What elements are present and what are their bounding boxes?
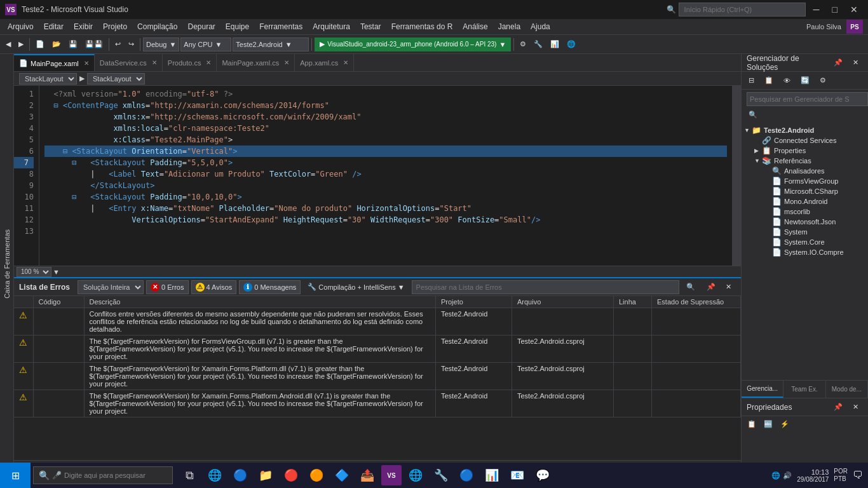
start-button[interactable]: ⊞ [0, 463, 31, 488]
prop-sort-btn[interactable]: 🔤 [761, 418, 776, 430]
tree-item-newtonsoft[interactable]: 📄 Newtonsoft.Json [742, 217, 868, 227]
tab-dataservice-close[interactable]: ✕ [152, 59, 157, 66]
se-filter[interactable]: ⚙ [815, 74, 831, 88]
menu-ferramentas[interactable]: Ferramentas [254, 21, 308, 32]
menu-compilacao[interactable]: Compilação [132, 21, 182, 32]
menu-ferramentas-r[interactable]: Ferramentas do R [386, 21, 458, 32]
quick-launch-input[interactable] [679, 3, 806, 17]
se-search-btn[interactable]: 🔍 [744, 107, 762, 121]
toolbar-misc3[interactable]: 📊 [547, 37, 562, 52]
table-row[interactable]: ⚠ The $(TargetFrameworkVersion) for Xama… [14, 363, 741, 390]
toolbar-misc4[interactable]: 🌐 [564, 37, 579, 52]
breadcrumb-right[interactable]: StackLayout [87, 73, 145, 85]
project-dropdown[interactable]: Teste2.Android ▼ [233, 37, 309, 51]
menu-analise[interactable]: Análise [458, 21, 492, 32]
tree-item-referencias[interactable]: ▼ 📚 Referências [742, 156, 868, 166]
taskbar-notification[interactable]: 🗨 [853, 470, 863, 481]
taskbar-explorer[interactable]: 📁 [254, 463, 277, 488]
menu-testar[interactable]: Testar [355, 21, 386, 32]
tab-dataservice[interactable]: DataService.cs ✕ [95, 54, 163, 72]
se-collapse[interactable]: ⊟ [744, 74, 759, 88]
taskbar-ie[interactable]: 🔵 [229, 463, 252, 488]
menu-janela[interactable]: Janela [493, 21, 526, 32]
error-count-btn[interactable]: ✕ 0 Erros [146, 280, 188, 294]
toolbar-misc1[interactable]: ⚙ [517, 37, 529, 52]
tree-item-connected[interactable]: 🔗 Connected Services [742, 135, 868, 146]
taskbar-software5[interactable]: 🔵 [455, 463, 478, 488]
taskbar-software6[interactable]: 📊 [480, 463, 503, 488]
run-button[interactable]: ▶ VisualStudio_android-23_arm_phone (And… [315, 37, 511, 51]
se-pin[interactable]: 📌 [829, 56, 847, 70]
taskbar-network-icon[interactable]: 🌐 [771, 471, 780, 480]
tab-app-xaml-cs[interactable]: App.xaml.cs ✕ [295, 54, 354, 72]
tree-item-mscsharp[interactable]: 📄 Microsoft.CSharp [742, 186, 868, 196]
taskbar-volume-icon[interactable]: 🔊 [783, 471, 792, 480]
right-tab-modo[interactable]: Modo de... [826, 381, 868, 398]
platform-dropdown[interactable]: Any CPU ▼ [180, 37, 231, 51]
menu-depurar[interactable]: Depurar [182, 21, 220, 32]
warning-count-btn[interactable]: ⚠ 4 Avisos [191, 280, 237, 294]
tree-item-solution[interactable]: ▼ 📁 Teste2.Android [742, 125, 868, 135]
table-row[interactable]: ⚠ Conflitos entre versões diferentes do … [14, 308, 741, 336]
taskbar-task-view[interactable]: ⧉ [178, 463, 201, 488]
tree-item-mscorlib[interactable]: 📄 mscorlib [742, 207, 868, 217]
right-tab-teamex[interactable]: Team Ex. [783, 381, 825, 398]
tab-produto[interactable]: Produto.cs ✕ [163, 54, 217, 72]
message-count-btn[interactable]: ℹ 0 Mensagens [239, 280, 301, 294]
toolbar-misc2[interactable]: 🔧 [531, 37, 546, 52]
col-header-icon[interactable] [14, 296, 33, 308]
tab-mainpage-xaml[interactable]: 📄 MainPage.xaml ✕ [14, 54, 95, 72]
tree-item-system[interactable]: 📄 System [742, 227, 868, 237]
table-row[interactable]: ⚠ The $(TargetFrameworkVersion) for Form… [14, 336, 741, 363]
minimize-button[interactable]: ─ [808, 0, 825, 19]
properties-close[interactable]: ✕ [848, 400, 863, 414]
prop-events-btn[interactable]: ⚡ [777, 418, 792, 430]
scope-dropdown[interactable]: Solução Inteira [78, 280, 144, 294]
taskbar-software4[interactable]: 📤 [356, 463, 379, 488]
table-row[interactable]: ⚠ The $(TargetFrameworkVersion) for Xama… [14, 390, 741, 417]
col-header-code[interactable]: Código [33, 296, 84, 308]
col-header-state[interactable]: Estado de Supressão [652, 296, 741, 308]
tree-item-mono[interactable]: 📄 Mono.Android [742, 196, 868, 207]
close-button[interactable]: ✕ [845, 0, 863, 19]
tree-item-forms[interactable]: 📄 FormsViewGroup [742, 176, 868, 186]
menu-arquitetura[interactable]: Arquitetura [308, 21, 355, 32]
error-search-btn[interactable]: 🔍 [682, 280, 700, 294]
col-header-line[interactable]: Linha [614, 296, 652, 308]
code-content[interactable]: <?xml version="1.0" encoding="utf-8" ?> … [39, 86, 732, 266]
toolbar-back[interactable]: ◀ [3, 37, 14, 52]
se-close[interactable]: ✕ [848, 56, 863, 70]
menu-editar[interactable]: Editar [39, 21, 69, 32]
taskbar-visual-studio[interactable]: VS [381, 465, 402, 485]
toolbar-redo[interactable]: ↪ [125, 37, 137, 52]
tab-produto-close[interactable]: ✕ [206, 59, 211, 66]
toolbar-open[interactable]: 📂 [49, 37, 64, 52]
toolbar-save-all[interactable]: 💾💾 [82, 37, 106, 52]
se-show-all[interactable]: 👁 [779, 74, 795, 88]
toolbar-forward[interactable]: ▶ [15, 37, 27, 52]
menu-ajuda[interactable]: Ajuda [526, 21, 555, 32]
right-tab-gerencia[interactable]: Gerencia... [742, 381, 783, 398]
tab-mainpage-xaml-cs[interactable]: MainPage.xaml.cs ✕ [217, 54, 295, 72]
col-header-project[interactable]: Projeto [436, 296, 512, 308]
se-refresh[interactable]: 🔄 [796, 74, 814, 88]
taskbar-edge[interactable]: 🌐 [203, 463, 226, 488]
tab-mainpage-xaml-close[interactable]: ✕ [84, 60, 89, 67]
se-properties[interactable]: 📋 [760, 74, 778, 88]
tree-item-analisadores[interactable]: 🔍 Analisadores [742, 166, 868, 176]
taskbar-search[interactable]: 🔍 🎤 Digite aqui para pesquisar [33, 466, 173, 484]
taskbar-software2[interactable]: 🟠 [305, 463, 328, 488]
error-search-input[interactable] [412, 280, 679, 294]
toolbar-save[interactable]: 💾 [65, 37, 81, 52]
col-header-file[interactable]: Arquivo [512, 296, 614, 308]
taskbar-chrome[interactable]: 🌐 [404, 463, 427, 488]
tab-app-close[interactable]: ✕ [343, 59, 348, 66]
error-panel-close[interactable]: ✕ [721, 280, 736, 294]
toolbar-new[interactable]: 📄 [32, 37, 48, 52]
zoom-dropdown[interactable]: 100 % [17, 267, 51, 277]
menu-exibir[interactable]: Exibir [69, 21, 98, 32]
tree-item-properties[interactable]: ▶ 📋 Properties [742, 146, 868, 156]
taskbar-ftp[interactable]: 🔧 [430, 463, 452, 488]
prop-cat-btn[interactable]: 📋 [744, 418, 759, 430]
maximize-button[interactable]: □ [827, 0, 843, 19]
